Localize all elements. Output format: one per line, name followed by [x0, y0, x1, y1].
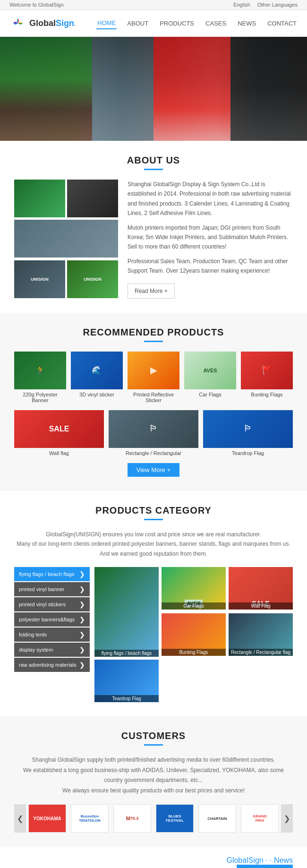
category-inner: flying flags / beach flags ❯ printed vin… — [14, 567, 293, 702]
about-read-more[interactable]: Read More + — [128, 284, 175, 299]
customers-section: CUSTOMERS Shanghai GlobalSign supply bot… — [0, 716, 307, 847]
product-icon-rectangle: 🏳 — [149, 424, 158, 434]
customers-intro-line3: We always ensure best quality products w… — [62, 787, 245, 794]
news-brand: GlobalSign — [226, 856, 263, 864]
about-inner: UNISIGN UNISIGN Shanghai GlobalSign Disp… — [14, 180, 293, 299]
cat-img-rectangle[interactable]: Rectangle / Rectangular flag — [229, 613, 293, 656]
cat-label-bunting: Bunting Flags — [162, 649, 226, 656]
carousel-items: YOKOHAMA BusseltonTRIATHLON M70.3 BLUESF… — [28, 804, 279, 833]
nav-news[interactable]: NEWS — [237, 18, 257, 29]
sidebar-flying-flags[interactable]: flying flags / beach flags ❯ — [14, 567, 90, 581]
product-label-polyester: 220g Polyester Banner — [14, 392, 66, 403]
lang-other[interactable]: Other Languages — [257, 2, 298, 8]
product-icon-vinyl: 🌊 — [92, 365, 102, 376]
product-img-wallflag: SALE — [14, 410, 104, 448]
cat-img-bunting[interactable]: Bunting Flags — [162, 613, 226, 656]
cat-img-flying[interactable]: flying flags / beach flags — [94, 567, 159, 657]
brand-busselton[interactable]: BusseltonTRIATHLON — [71, 804, 109, 833]
carousel-prev[interactable]: ❮ — [14, 804, 26, 833]
category-title: PRODUCTS CATEGORY — [14, 505, 293, 516]
sidebar-label-ds: display system — [19, 647, 53, 653]
about-img-2 — [67, 180, 118, 217]
category-section: PRODUCTS CATEGORY GlobalSign(UNISIGN) en… — [0, 491, 307, 716]
product-icon-polyester: 🏃 — [35, 365, 45, 376]
view-more-button[interactable]: View More + — [128, 463, 179, 477]
products-grid-row1: 🏃 220g Polyester Banner 🌊 3D vinyl stick… — [14, 352, 293, 403]
products-grid-row2: SALE Wall flag 🏳 Rectangle / Rectangular… — [14, 410, 293, 456]
about-images: UNISIGN UNISIGN — [14, 180, 118, 299]
customers-carousel: ❮ YOKOHAMA BusseltonTRIATHLON M70.3 BLUE… — [14, 804, 293, 833]
sidebar-label-pvs: printed vinyl stickers — [19, 602, 66, 607]
hero-banner — [0, 37, 307, 141]
about-para2: Mutoh printers imported from Japan; DGI … — [128, 223, 293, 252]
recommended-divider — [144, 341, 163, 342]
sidebar-display-system[interactable]: display system ❯ — [14, 643, 90, 657]
cat-label-flying: flying flags / beach flags — [94, 650, 159, 657]
about-img-1 — [14, 180, 65, 217]
brand-yokohama[interactable]: YOKOHAMA — [28, 804, 66, 833]
product-wallflag[interactable]: SALE Wall flag — [14, 410, 104, 456]
product-polyester[interactable]: 🏃 220g Polyester Banner — [14, 352, 66, 403]
product-reflective[interactable]: ▶ Printed Reflective Sticker — [128, 352, 179, 403]
sidebar-folding-tents[interactable]: folding tents ❯ — [14, 627, 90, 642]
welcome-text: Welcome to GlobalSign — [9, 2, 64, 8]
cat-label-wallflag: Wall Flag — [229, 602, 293, 610]
logo-icon — [9, 15, 26, 32]
product-label-reflective: Printed Reflective Sticker — [128, 392, 179, 403]
brand-grandprix[interactable]: GRANDPRIX — [241, 804, 279, 833]
product-icon-bunting: 🚩 — [262, 365, 272, 376]
cat-img-carflags[interactable]: AVES Car Flags — [162, 567, 226, 610]
product-icon-carflags: AVES — [203, 368, 217, 373]
product-label-bunting: Bunting Flags — [241, 392, 293, 397]
product-carflags[interactable]: AVES Car Flags — [184, 352, 236, 403]
sidebar-label-ft: folding tents — [19, 632, 47, 637]
product-label-rectangle: Rectangle / Rectangular — [109, 450, 198, 456]
about-section: ABOUT US UNISIGN UNISIGN Shanghai Global… — [0, 141, 307, 313]
product-icon-teardrop: 🏳 — [244, 424, 252, 434]
sidebar-arrow-ft: ❯ — [79, 631, 85, 638]
cat-label-carflags: Car Flags — [162, 602, 226, 610]
product-rectangle[interactable]: 🏳 Rectangle / Rectangular — [109, 410, 198, 456]
about-text: Shanghai GlobalSign Display & Sign Syste… — [128, 180, 293, 299]
category-intro-line3: And we earned good reputation from them. — [100, 550, 207, 557]
logo[interactable]: GlobalSign. — [9, 15, 76, 32]
sidebar-arrow-flying: ❯ — [79, 570, 85, 578]
sidebar-raw-materials[interactable]: raw advertising materials ❯ — [14, 658, 90, 672]
sidebar-label-rm: raw advertising materials — [19, 662, 77, 668]
about-img-4: UNISIGN — [14, 260, 65, 298]
news-read-more[interactable]: READ MORE — [237, 865, 293, 868]
nav-home[interactable]: HOME — [96, 17, 117, 29]
news-dot: · — [265, 856, 270, 864]
sidebar-polyester-banners[interactable]: polyester banners&flags ❯ — [14, 612, 90, 627]
cat-img-teardrop[interactable]: Teardrop Flag — [94, 660, 159, 702]
brand-bluesfest[interactable]: BLUESFESTIVAL — [156, 804, 194, 833]
nav-about[interactable]: ABOUT — [126, 18, 149, 29]
category-intro-line1: GlobalSign(UNISIGN) ensures you low cost… — [46, 531, 261, 538]
about-para1: Shanghai GlobalSign Display & Sign Syste… — [128, 180, 293, 218]
sidebar-printed-vinyl-stickers[interactable]: printed vinyl stickers ❯ — [14, 597, 90, 611]
main-nav: HOME ABOUT PRODUCTS CASES NEWS CONTACT — [96, 17, 298, 29]
product-bunting[interactable]: 🚩 Bunting Flags — [241, 352, 293, 403]
product-img-polyester: 🏃 — [14, 352, 66, 389]
product-label-wallflag: Wall flag — [14, 450, 104, 456]
brand-ironman[interactable]: M70.3 — [113, 804, 151, 833]
customers-title: CUSTOMERS — [14, 730, 293, 741]
cat-img-wallflag[interactable]: SALE Wall Flag — [229, 567, 293, 610]
product-img-carflags: AVES — [184, 352, 236, 389]
brand-chartain[interactable]: CHARTAIN — [198, 804, 236, 833]
product-vinyl[interactable]: 🌊 3D vinyl sticker — [71, 352, 123, 403]
nav-products[interactable]: PRODUCTS — [159, 18, 195, 29]
product-label-carflags: Car Flags — [184, 392, 236, 397]
header: GlobalSign. HOME ABOUT PRODUCTS CASES NE… — [0, 10, 307, 37]
nav-contact[interactable]: CONTACT — [266, 18, 298, 29]
sidebar-label-flying: flying flags / beach flags — [19, 571, 74, 577]
sidebar-printed-vinyl-banner[interactable]: printed vinyl banner ❯ — [14, 582, 90, 596]
news-section: GlobalSign · · News READ MORE — [0, 847, 307, 868]
lang-english[interactable]: English — [233, 2, 250, 8]
customers-intro: Shanghai GlobalSign supply both printed/… — [14, 755, 293, 796]
sidebar-arrow-ds: ❯ — [79, 646, 85, 653]
carousel-next[interactable]: ❯ — [281, 804, 293, 833]
product-teardrop[interactable]: 🏳 Teardrop Flag — [203, 410, 293, 456]
nav-cases[interactable]: CASES — [205, 18, 227, 29]
product-icon-wallflag: SALE — [49, 425, 69, 433]
